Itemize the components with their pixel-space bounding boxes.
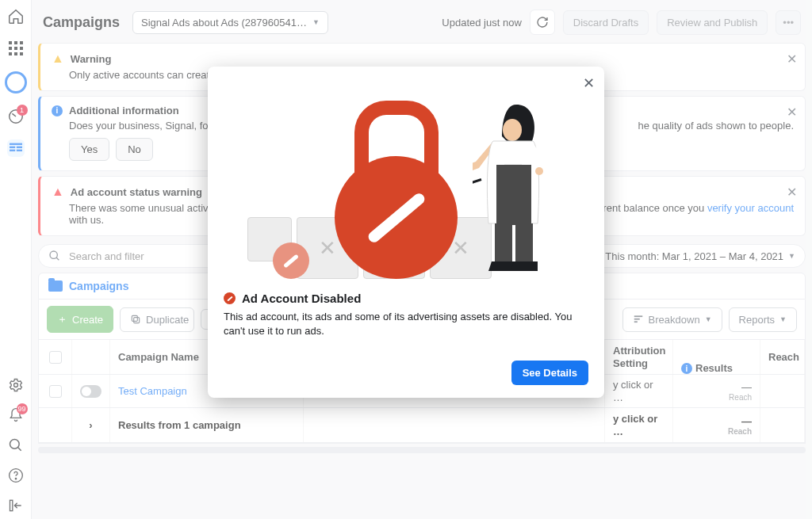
modal-illustration: ✕ ✕ ✕: [224, 81, 588, 279]
modal-title: Ad Account Disabled: [242, 292, 361, 305]
lock-icon: [224, 292, 236, 304]
lock-icon: [335, 156, 458, 279]
svg-point-26: [503, 119, 522, 141]
modal-body: This ad account, its ads and some of its…: [224, 310, 588, 338]
modal-overlay: ✕ ✕ ✕ ✕: [0, 0, 812, 519]
person-illustration: [473, 97, 560, 279]
disabled-modal: ✕ ✕ ✕ ✕: [208, 67, 604, 398]
see-details-button[interactable]: See Details: [511, 361, 588, 385]
svg-rect-31: [515, 223, 533, 263]
lock-icon: [273, 242, 309, 279]
svg-point-32: [535, 167, 543, 175]
svg-rect-30: [495, 223, 512, 263]
svg-rect-28: [473, 178, 481, 197]
svg-rect-29: [496, 165, 531, 225]
